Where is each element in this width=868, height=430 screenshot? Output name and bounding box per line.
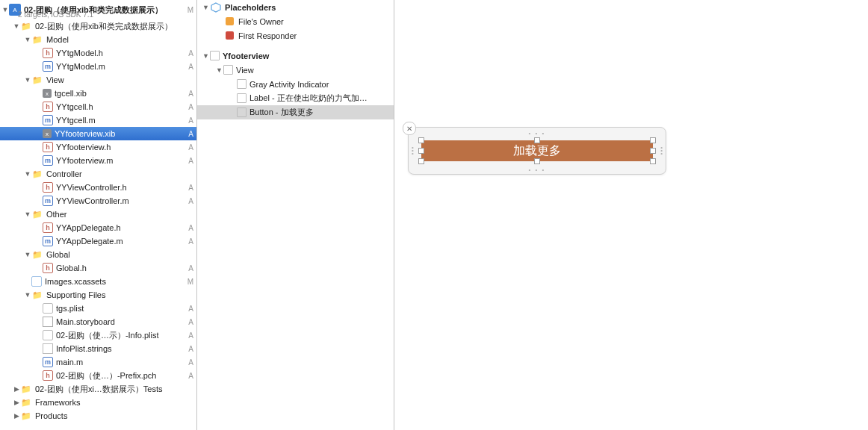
navigator-row[interactable]: hGlobal.hA bbox=[0, 261, 196, 275]
navigator-row[interactable]: xtgcell.xibA bbox=[0, 87, 196, 100]
load-more-button[interactable]: 加载更多 bbox=[421, 140, 653, 161]
navigator-row[interactable]: xYYfooterview.xibA bbox=[0, 127, 196, 140]
scm-badge: A bbox=[183, 143, 196, 152]
navigator-row[interactable]: ▼📁Other bbox=[0, 208, 196, 221]
outline-row[interactable]: Label - 正在使出吃奶的力气加… bbox=[197, 91, 394, 105]
scm-badge: A bbox=[183, 103, 196, 111]
selection-handle-icon[interactable] bbox=[650, 158, 656, 164]
disclosure-triangle-icon[interactable]: ▼ bbox=[1, 6, 9, 13]
selection-handle-icon[interactable] bbox=[534, 137, 540, 143]
disclosure-triangle-icon[interactable]: ▼ bbox=[202, 4, 210, 11]
navigator-row[interactable]: ▼📁Global bbox=[0, 248, 196, 261]
selection-handle-icon[interactable] bbox=[418, 137, 424, 143]
scm-badge: A bbox=[183, 157, 196, 165]
scm-badge: A bbox=[183, 49, 196, 57]
scm-badge: A bbox=[183, 90, 196, 98]
svg-rect-1 bbox=[226, 31, 234, 40]
scm-badge: A bbox=[183, 197, 196, 205]
disclosure-triangle-icon[interactable]: ▼ bbox=[24, 211, 31, 218]
navigator-row[interactable]: ▼📁Model bbox=[0, 33, 196, 46]
navigator-row[interactable]: ▼📁View bbox=[0, 73, 196, 87]
folder-icon: 📁 bbox=[20, 383, 32, 395]
navigator-row[interactable]: hYYAppDelegate.hA bbox=[0, 221, 196, 234]
outline-label: View bbox=[235, 66, 254, 75]
view-icon bbox=[237, 79, 247, 89]
resize-grip-icon[interactable]: ••• bbox=[412, 146, 414, 155]
navigator-row[interactable]: hYYtgModel.hA bbox=[0, 46, 196, 60]
resize-grip-icon[interactable]: ••• bbox=[660, 146, 663, 155]
view-icon bbox=[210, 51, 220, 60]
scm-badge: A bbox=[183, 237, 196, 246]
navigator-row[interactable]: mYYtgModel.mA bbox=[0, 60, 196, 73]
navigator-row[interactable]: ▼📁Supporting Files bbox=[0, 288, 196, 302]
close-icon[interactable]: ✕ bbox=[403, 122, 416, 135]
navigator-row[interactable]: ▶📁Products bbox=[0, 409, 196, 423]
file-label: 02-团购（使用xib和类完成数据展示） bbox=[35, 21, 183, 32]
selection-handle-icon[interactable] bbox=[418, 158, 424, 164]
outline-row[interactable]: Gray Activity Indicator bbox=[197, 77, 394, 91]
resize-grip-icon[interactable]: • • • bbox=[529, 166, 546, 173]
navigator-row[interactable]: ▶📁Frameworks bbox=[0, 396, 196, 409]
ib-canvas[interactable]: ✕ • • • • • • ••• ••• 加载更多 bbox=[394, 0, 868, 430]
navigator-row[interactable]: Images.xcassetsM bbox=[0, 275, 196, 288]
selection-handle-icon[interactable] bbox=[650, 148, 656, 154]
scm-badge: A bbox=[183, 372, 196, 380]
outline-row[interactable]: ▼Placeholders bbox=[197, 0, 394, 14]
disclosure-triangle-icon[interactable]: ▶ bbox=[13, 412, 20, 420]
navigator-row[interactable]: tgs.plistA bbox=[0, 302, 196, 315]
disclosure-triangle-icon[interactable]: ▼ bbox=[24, 291, 31, 299]
navigator-row[interactable]: InfoPlist.stringsA bbox=[0, 342, 196, 355]
plist-file-icon bbox=[43, 303, 53, 314]
m-file-icon: m bbox=[43, 357, 53, 367]
disclosure-triangle-icon[interactable]: ▼ bbox=[24, 36, 31, 43]
storyboard-file-icon bbox=[43, 317, 53, 327]
disclosure-triangle-icon[interactable]: ▶ bbox=[13, 385, 20, 393]
xib-root-view[interactable]: ✕ • • • • • • ••• ••• 加载更多 bbox=[408, 127, 666, 175]
disclosure-triangle-icon[interactable]: ▼ bbox=[13, 22, 20, 30]
folder-icon: 📁 bbox=[20, 396, 32, 408]
outline-row[interactable]: Button - 加载更多 bbox=[197, 105, 394, 119]
navigator-row[interactable]: mYYtgcell.mA bbox=[0, 113, 196, 127]
folder-icon: 📁 bbox=[31, 168, 43, 180]
navigator-row[interactable]: ▶📁02-团购（使用xi…数据展示）Tests bbox=[0, 382, 196, 396]
outline-row[interactable]: First Responder bbox=[197, 28, 394, 43]
scm-badge: A bbox=[183, 63, 196, 71]
selection-handle-icon[interactable] bbox=[534, 158, 540, 164]
disclosure-triangle-icon[interactable]: ▼ bbox=[24, 76, 31, 84]
navigator-row[interactable]: mmain.mA bbox=[0, 355, 196, 369]
navigator-row[interactable]: 02-团购（使…示）-Info.plistA bbox=[0, 328, 196, 342]
navigator-row[interactable]: hYYViewController.hA bbox=[0, 181, 196, 194]
outline-label: First Responder bbox=[237, 31, 297, 40]
file-label: YYViewController.h bbox=[56, 183, 183, 192]
selection-handle-icon[interactable] bbox=[650, 137, 656, 143]
navigator-row[interactable]: mYYfooterview.mA bbox=[0, 154, 196, 167]
file-label: YYAppDelegate.h bbox=[56, 223, 183, 232]
navigator-row[interactable]: hYYtgcell.hA bbox=[0, 100, 196, 113]
xib-file-icon: x bbox=[43, 89, 52, 98]
scm-badge: A bbox=[183, 264, 196, 272]
file-label: Controller bbox=[46, 169, 183, 178]
outline-row[interactable]: ▼View bbox=[197, 63, 394, 77]
scm-badge: A bbox=[183, 345, 196, 353]
navigator-row[interactable]: ▼📁Controller bbox=[0, 167, 196, 181]
outline-row[interactable]: File's Owner bbox=[197, 14, 394, 28]
h-file-icon: h bbox=[43, 182, 53, 193]
resize-grip-icon[interactable]: • • • bbox=[529, 130, 546, 137]
outline-label: Yfooterview bbox=[221, 52, 269, 60]
disclosure-triangle-icon[interactable]: ▼ bbox=[202, 52, 210, 60]
disclosure-triangle-icon[interactable]: ▶ bbox=[13, 399, 20, 406]
disclosure-triangle-icon[interactable]: ▼ bbox=[215, 66, 223, 74]
outline-row[interactable]: ▼Yfooterview bbox=[197, 49, 394, 63]
file-label: Other bbox=[46, 210, 183, 219]
navigator-row[interactable]: ▼📁02-团购（使用xib和类完成数据展示） bbox=[0, 19, 196, 33]
disclosure-triangle-icon[interactable]: ▼ bbox=[24, 251, 31, 258]
selection-handle-icon[interactable] bbox=[418, 148, 424, 154]
project-root-row[interactable]: ▼ A 02-团购（使用xib和类完成数据展示） M 2 targets, iO… bbox=[0, 0, 196, 19]
navigator-row[interactable]: mYYAppDelegate.mA bbox=[0, 234, 196, 248]
navigator-row[interactable]: Main.storyboardA bbox=[0, 315, 196, 328]
navigator-row[interactable]: hYYfooterview.hA bbox=[0, 140, 196, 154]
navigator-row[interactable]: h02-团购（使…）-Prefix.pchA bbox=[0, 369, 196, 382]
h-file-icon: h bbox=[43, 102, 53, 112]
navigator-row[interactable]: mYYViewController.mA bbox=[0, 194, 196, 208]
disclosure-triangle-icon[interactable]: ▼ bbox=[24, 170, 31, 178]
